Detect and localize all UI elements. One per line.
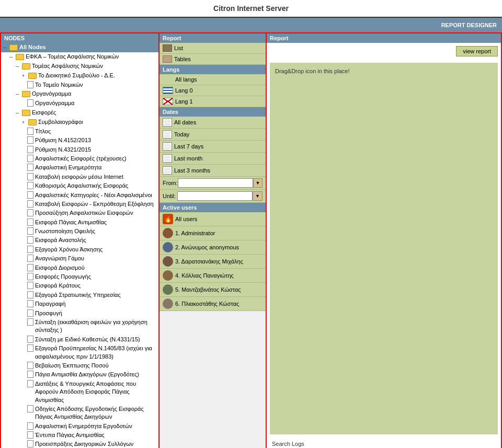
tree-item[interactable]: Ασφαλιστική Ενημερότητα Εργοδοτών: [1, 422, 158, 431]
tree-item[interactable]: Προεισπράξεις Δικηγορικών Συλλόγων: [1, 440, 158, 448]
tree-item[interactable]: Βεβαίωση Έκπτωσης Ποσού: [1, 361, 158, 370]
expand-icon[interactable]: ─: [16, 109, 21, 117]
tree-item[interactable]: Εισφορά Αναστολής: [1, 236, 158, 245]
user-3-icon: [163, 256, 173, 267]
expand-icon[interactable]: ─: [16, 90, 21, 98]
tree-label: Εισφορά Αναστολής: [35, 236, 86, 244]
tree-label: Καταβολή Εισφορών - Εκπρόθεσμη Εξόφληση: [35, 200, 154, 208]
tree-item[interactable]: Οδηγίες Απόδοσης Εργοδοτικής Εισφοράς Πά…: [1, 405, 158, 422]
tree-label: Καθορισμός Ασφαλιστικής Εισφοράς: [35, 182, 128, 190]
tree-label: Εισφορά Κράτους: [35, 282, 81, 290]
tree-label: Βεβαίωση Έκπτωσης Ποσού: [35, 362, 109, 370]
lang-1-flag: [163, 98, 173, 105]
tree-label: Το Διοικητικό Συμβούλιο - Δ.Ε.: [38, 72, 115, 79]
user-1-icon: [163, 228, 173, 238]
date-all-item[interactable]: All dates: [159, 117, 266, 129]
doc-icon: [27, 344, 33, 352]
doc-icon: [27, 146, 33, 153]
until-input[interactable]: [177, 191, 253, 201]
doc-icon: [27, 81, 33, 88]
tree-item[interactable]: Ρύθμιση Ν.4152/2013: [1, 136, 158, 145]
user-2-item[interactable]: 2. Ανώνυμος anonymous: [159, 240, 266, 255]
view-report-bar: view report: [267, 43, 501, 60]
date-today-item[interactable]: Today: [159, 129, 266, 141]
expand-icon[interactable]: ─: [3, 43, 8, 52]
lang-all-item[interactable]: All langs: [159, 74, 266, 85]
user-all-item[interactable]: 🔥 All users: [159, 212, 266, 226]
date-all-label: All dates: [174, 119, 196, 125]
doc-icon: [27, 173, 33, 180]
date-today-label: Today: [174, 131, 189, 137]
tree-item[interactable]: ─Εισφορές: [1, 108, 158, 118]
user-5-item[interactable]: 5. Μαντζαβινάτος Κώστας: [159, 283, 266, 297]
tree-item[interactable]: ─ΕΦΚΑ – Τομέας Ασφάλισης Νομικών: [1, 52, 158, 62]
date-7days-item[interactable]: Last 7 days: [159, 141, 266, 153]
tree-item[interactable]: Αναγνώριση Γάμου: [1, 254, 158, 263]
tree-item[interactable]: ─Οργανόγραμμα: [1, 89, 158, 99]
tree-item[interactable]: Παραγραφή: [1, 300, 158, 308]
tree-label: Έντυπα Πάγιας Αντιμισθίας: [35, 431, 105, 439]
lang-1-item[interactable]: Lang 1: [159, 96, 266, 107]
user-3-item[interactable]: 3. Δαρατσιανάκης Μιχάλης: [159, 255, 266, 269]
doc-icon: [27, 164, 33, 171]
report-tables-item[interactable]: Tables: [159, 54, 266, 65]
tree-item[interactable]: Εισφορά Πάγιας Αντιμισθίας: [1, 218, 158, 227]
tree-item[interactable]: Ρύθμιση Ν.4321/2015: [1, 145, 158, 154]
tree-item[interactable]: Εξαγορά Προϋπηρεσίας Ν.1405/83 (ισχύει γ…: [1, 344, 158, 361]
tree-item[interactable]: Σύνταξη με Ειδικό Καθεστώς (Ν.4331/15): [1, 335, 158, 344]
view-report-button[interactable]: view report: [456, 46, 498, 56]
langs-section-header: Langs: [159, 65, 266, 74]
date-lastmonth-item[interactable]: Last month: [159, 153, 266, 165]
doc-icon: [27, 362, 33, 369]
tree-item[interactable]: Καταβολή εισφορών μέσω Internet: [1, 173, 158, 181]
lang-0-item[interactable]: Lang 0: [159, 85, 266, 96]
tree-item[interactable]: Εξαγορά Στρατιωτικής Υπηρεσίας: [1, 291, 158, 300]
doc-icon: [27, 273, 33, 280]
user-1-item[interactable]: 1. Administrator: [159, 226, 266, 240]
tree-item[interactable]: Προσαύξηση Ασφαλιστικών Εισφορών: [1, 209, 158, 217]
active-users-header: Active users: [159, 203, 266, 212]
user-5-label: 5. Μαντζαβινάτος Κώστας: [175, 286, 241, 293]
doc-icon: [27, 227, 33, 235]
from-calendar-btn[interactable]: ▼: [253, 178, 263, 188]
tree-item[interactable]: Το Ταμείο Νομικών: [1, 81, 158, 89]
user-4-item[interactable]: 4. Κόλλιας Παναγιώτης: [159, 269, 266, 283]
date-3months-item[interactable]: Last 3 months: [159, 165, 266, 177]
tree-item[interactable]: Οργανόγραμμα: [1, 99, 158, 108]
from-input[interactable]: [178, 178, 253, 188]
user-6-item[interactable]: 6. Πλιακοστάθης Κώστας: [159, 297, 266, 311]
tree-item[interactable]: Τίτλος: [1, 127, 158, 136]
tree-item[interactable]: Εξαγορά Χρόνου Άσκησης: [1, 245, 158, 254]
tree-item[interactable]: Γνωστοποίηση Οφειλής: [1, 227, 158, 236]
tree-item[interactable]: Εισφορά Κράτους: [1, 281, 158, 290]
tree-label: Παραγραφή: [35, 300, 65, 308]
tree-item[interactable]: Διατάξεις & Υπουργικές Αποφάσεις που Αφο…: [1, 380, 158, 405]
tree-item[interactable]: Εισφορές Προαγωγής: [1, 272, 158, 281]
tree-label: Εισφορές: [32, 109, 56, 117]
expand-icon[interactable]: +: [22, 118, 27, 127]
tree-item[interactable]: +Το Διοικητικό Συμβούλιο - Δ.Ε.: [1, 71, 158, 81]
until-calendar-btn[interactable]: ▼: [253, 191, 263, 201]
tree-label: Οδηγίες Απόδοσης Εργοδοτικής Εισφοράς Πά…: [35, 405, 158, 421]
tree-item[interactable]: Καταβολή Εισφορών - Εκπρόθεσμη Εξόφληση: [1, 200, 158, 209]
tree-item[interactable]: ─All Nodes: [1, 43, 158, 52]
tree-item[interactable]: Ασφαλιστική Ενημερότητα: [1, 163, 158, 172]
tree-item[interactable]: Ασφαλιστικές Εισφορές (τρέχουσες): [1, 154, 158, 163]
tree-item[interactable]: Ασφαλιστικές Κατηγορίες - Νέοι Ασφαλισμέ…: [1, 191, 158, 200]
tree-item[interactable]: Προσφυγή: [1, 309, 158, 318]
tree-item[interactable]: Εισφορά Διορισμού: [1, 263, 158, 272]
expand-icon[interactable]: +: [22, 72, 27, 80]
tree-item[interactable]: ─Τομέας Ασφάλισης Νομικών: [1, 62, 158, 71]
date-3months-icon: [163, 166, 172, 175]
tree-item[interactable]: Σύνταξη (εκκαθάριση οφειλών για χορήγηση…: [1, 318, 158, 335]
tree-item[interactable]: Πάγια Αντιμισθία Δικηγόρων (Εργοδότες): [1, 370, 158, 379]
tree-item[interactable]: Έντυπα Πάγιας Αντιμισθίας: [1, 431, 158, 440]
report-list-item[interactable]: List: [159, 43, 266, 54]
tree-item[interactable]: +Συμβολαιογράφοι: [1, 118, 158, 127]
toolbar-bar: REPORT DESIGNER: [0, 18, 502, 32]
tree-label: Προεισπράξεις Δικηγορικών Συλλόγων: [35, 440, 133, 448]
all-langs-icon: [163, 76, 173, 83]
expand-icon[interactable]: ─: [16, 62, 21, 71]
tree-item[interactable]: Καθορισμός Ασφαλιστικής Εισφοράς: [1, 181, 158, 190]
expand-icon[interactable]: ─: [9, 53, 15, 61]
